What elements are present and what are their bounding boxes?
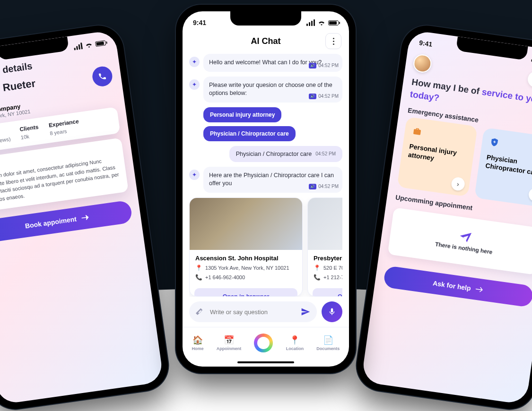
status-time: 9:41: [419, 39, 433, 48]
pin-icon: 📍: [195, 265, 202, 271]
bot-message: ✦ Please write your quesion or choose on…: [189, 77, 342, 103]
about-card: ut m ipsum dolor sit amet, consectetur a…: [0, 137, 129, 212]
stat-clients-label: Clients: [19, 124, 39, 133]
chip-physician[interactable]: Physician / Chiropractor care: [203, 126, 296, 141]
mic-icon: [328, 308, 336, 316]
phone-icon: 📞: [195, 274, 202, 281]
hospital-image: [308, 198, 342, 250]
message-time: 04:52 PM: [318, 62, 339, 69]
tab-ai[interactable]: [254, 334, 273, 352]
phone-home: 9:41 How may I be of service to you toda…: [354, 22, 532, 411]
call-button[interactable]: [91, 65, 113, 87]
status-time: 9:41: [193, 19, 206, 26]
speaker-icon[interactable]: 🔊: [309, 184, 316, 189]
briefcase-icon: [411, 125, 424, 138]
hospital-phone: +1 646-962-4000: [205, 274, 245, 280]
chevron-right-icon: ›: [451, 177, 466, 192]
chat-title: AI Chat: [251, 36, 281, 46]
arrow-right-icon: [81, 214, 90, 221]
user-message: Physician / Chiropractor care 04:52 PM: [189, 146, 342, 162]
home-icon: 🏠: [192, 335, 203, 345]
notification-button[interactable]: [527, 70, 532, 88]
user-avatar[interactable]: [412, 53, 433, 74]
hospital-card[interactable]: Ascension St. John Hospital 📍1305 York A…: [189, 197, 303, 297]
phone-icon: [97, 72, 107, 81]
battery-icon: [328, 20, 339, 26]
menu-button[interactable]: [325, 33, 341, 49]
chat-input[interactable]: [209, 308, 296, 316]
service-attorney[interactable]: Personal injury attorney ›: [397, 117, 477, 197]
stat-clients-value: 10k: [20, 134, 29, 140]
clear-icon[interactable]: [196, 308, 204, 316]
chat-input-container: [189, 301, 317, 322]
phone-icon: 📞: [314, 274, 321, 281]
tab-documents[interactable]: 📄Documents: [316, 335, 340, 351]
signal-icon: [306, 19, 315, 26]
signal-icon: [73, 43, 83, 50]
location-icon: 📍: [289, 335, 300, 345]
hospital-name: Presbyterian Ho: [314, 255, 342, 262]
hospital-address: 520 E 70th St,: [323, 265, 342, 271]
message-time: 04:52 PM: [318, 93, 339, 100]
mic-button[interactable]: [322, 301, 342, 322]
tab-appointment[interactable]: 📅Appoinment: [217, 335, 242, 351]
bot-avatar-icon: ✦: [189, 57, 200, 67]
user-message-text: Physician / Chiropractor care: [236, 151, 312, 157]
stat-reviews-value: (300 Reviews): [0, 136, 11, 146]
document-icon: 📄: [323, 335, 333, 345]
calendar-icon: 📅: [224, 335, 234, 345]
hospital-name: Ascension St. John Hospital: [195, 255, 297, 262]
open-browser-button[interactable]: Open: [313, 288, 342, 297]
shield-plus-icon: [488, 136, 501, 149]
kebab-icon: [333, 38, 334, 45]
speaker-icon[interactable]: 🔊: [309, 63, 316, 68]
open-browser-button[interactable]: Open in browser: [194, 288, 297, 297]
tab-bar: 🏠Home 📅Appoinment 📍Location 📄Documents: [183, 327, 349, 358]
home-indicator: [183, 358, 349, 367]
speaker-icon[interactable]: 🔊: [309, 94, 316, 99]
hospital-address: 1305 York Ave, New York, NY 10021: [205, 265, 289, 271]
hospital-image: [190, 198, 302, 250]
phone-attorney-details: 9:41 Attorney details Dr.Alan Rueter Law…: [0, 22, 171, 411]
ask-help-button[interactable]: Ask for help: [383, 265, 532, 308]
bot-message: ✦ Here are the Physician / Chiropractor …: [189, 167, 342, 193]
message-time: 04:52 PM: [315, 151, 336, 156]
tab-location[interactable]: 📍Location: [286, 335, 304, 351]
service-label: Personal injury attorney: [408, 142, 468, 167]
pin-icon: 📍: [314, 265, 321, 271]
hospital-card[interactable]: Presbyterian Ho 📍520 E 70th St, 📞+1 212-…: [307, 197, 342, 297]
wifi-icon: [318, 20, 325, 26]
chevron-right-icon: ›: [528, 188, 532, 203]
empty-text: There is nothing here: [435, 241, 493, 256]
bot-message: ✦ Hello and welcome! What can I do for y…: [189, 54, 342, 72]
paper-plane-icon: [458, 230, 473, 243]
send-button[interactable]: [301, 307, 310, 317]
chip-attorney[interactable]: Personal injury attorney: [203, 107, 281, 122]
battery-icon: [95, 40, 106, 47]
hospital-phone: +1 212-746-54: [323, 274, 342, 280]
bot-avatar-icon: ✦: [189, 170, 200, 180]
tab-home[interactable]: 🏠Home: [192, 335, 204, 351]
service-label: Physician Chiropractor care: [485, 153, 532, 178]
message-time: 04:52 PM: [318, 183, 339, 190]
wifi-icon: [85, 42, 93, 48]
bot-message-text: Hello and welcome! What can I do for you…: [209, 59, 322, 66]
bot-avatar-icon: ✦: [189, 79, 200, 90]
book-appointment-label: Book appoiment: [25, 215, 77, 230]
service-physician[interactable]: Physician Chiropractor care ›: [474, 128, 532, 208]
stat-experience-label: Experiance: [48, 118, 79, 129]
stat-experience-value: 8 years: [50, 128, 67, 136]
phone-ai-chat: 9:41 AI Chat ✦ Hello and welcome! What c…: [176, 5, 356, 373]
arrow-right-icon: [475, 286, 484, 293]
